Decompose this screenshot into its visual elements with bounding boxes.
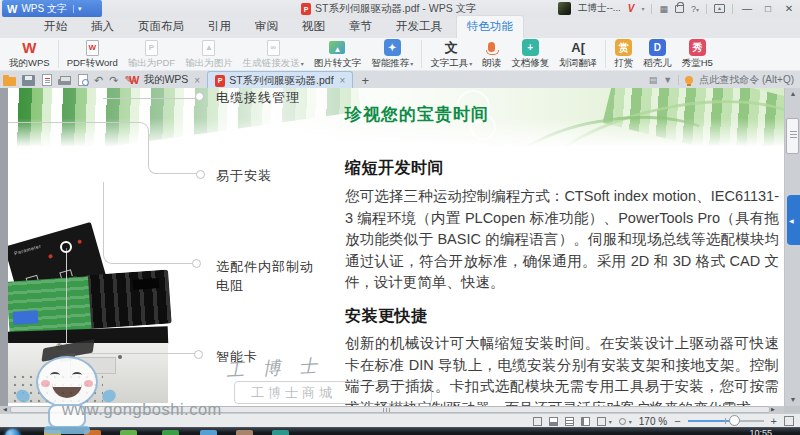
window-title-text: ST系列伺服驱动器.pdf - WPS 文字 — [315, 2, 477, 16]
doc-tab-servo-pdf[interactable]: P ST系列伺服驱动器.pdf × — [207, 71, 353, 89]
redo-icon[interactable]: ↷ — [109, 74, 118, 86]
doc-link-icon: ∞ — [267, 40, 280, 56]
shop-bag-icon[interactable] — [675, 5, 684, 13]
microphone-icon — [488, 42, 495, 52]
taskbar-app-icon[interactable] — [84, 430, 101, 435]
section-body-install: 创新的机械设计可大幅缩短安装时间。在安装设计上驱动器可快速卡在标准 DIN 导轨… — [345, 333, 779, 406]
chevron-down-icon[interactable]: ▾ — [641, 5, 644, 12]
export-pdf-button[interactable]: P 输出为PDF — [123, 39, 181, 70]
h5-icon: 秀 — [689, 39, 706, 56]
print-icon[interactable] — [58, 79, 71, 85]
undo-icon[interactable]: ↶ — [94, 74, 103, 86]
close-tab-icon[interactable]: × — [194, 75, 200, 86]
smart-recommend-button[interactable]: ✦ 智能推荐▾ — [366, 39, 418, 70]
zoom-level[interactable]: 170 % — [639, 416, 667, 427]
reward-button[interactable]: 赏 打赏 — [609, 39, 638, 70]
save-icon[interactable] — [22, 75, 35, 86]
find-command-hint[interactable]: 点此查找命令 (Alt+Q) — [699, 73, 794, 87]
menu-tab-section[interactable]: 章节 — [339, 16, 382, 38]
menu-tab-developer[interactable]: 开发工具 — [386, 16, 452, 38]
doc-pdf-icon: P — [145, 40, 158, 56]
web-view-icon[interactable] — [581, 417, 590, 426]
status-flag-icon[interactable]: ▼ — [663, 75, 672, 85]
read-aloud-button[interactable]: 朗读 — [477, 39, 506, 70]
screw-hole — [118, 355, 122, 359]
zoom-slider[interactable] — [688, 420, 764, 422]
scroll-right-icon[interactable]: ▶ — [768, 406, 778, 413]
vertical-scrollbar-thumb[interactable] — [786, 118, 799, 154]
scroll-down-icon[interactable]: ▼ — [785, 394, 800, 406]
pdf-page[interactable]: 珍视您的宝贵时间 ® 电缆接线管理 易于安装 选配件内部制动电阻 智能卡 Par… — [8, 88, 784, 406]
export-doc-icon[interactable] — [42, 74, 52, 86]
print-preview-icon[interactable] — [78, 74, 88, 86]
docer-button[interactable]: D 稻壳儿 — [638, 39, 677, 70]
fit-view-icon[interactable] — [533, 417, 542, 426]
vip-badge[interactable]: V — [628, 3, 635, 14]
status-bar: ▾ ▾ 170 % − + — [0, 413, 800, 427]
menu-tab-insert[interactable]: 插入 — [81, 16, 124, 38]
zoom-slider-knob[interactable] — [729, 415, 740, 426]
doc-convert-icon: W — [86, 40, 99, 56]
clock[interactable]: 10:55 — [749, 428, 772, 435]
pdf-to-word-button[interactable]: W PDF转Word — [62, 39, 123, 70]
skin-grid-icon[interactable]: ▦ — [659, 4, 668, 14]
page-view-icon[interactable] — [549, 417, 558, 426]
vertical-scrollbar[interactable]: ▲ ◀ ▼ — [784, 88, 800, 406]
minimize-button[interactable]: — — [740, 3, 754, 14]
section-heading-dev-time: 缩短开发时间 — [345, 158, 444, 179]
taskbar-app-icon[interactable] — [44, 430, 61, 435]
export-image-button[interactable]: ▲ 输出为图片 — [180, 39, 238, 70]
word-translate-button[interactable]: A[ 划词翻译 — [554, 39, 602, 70]
avatar[interactable] — [558, 2, 571, 15]
doc-repair-button[interactable]: + 文档修复 — [506, 39, 554, 70]
scroll-left-icon[interactable]: ◀ — [0, 406, 10, 413]
text-tools-button[interactable]: 文 文字工具▾ — [425, 39, 477, 70]
wps-app-button[interactable]: W WPS 文字 ▾ — [2, 0, 102, 17]
new-tab-button[interactable]: + — [353, 71, 377, 89]
taskbar-app-icon[interactable] — [272, 430, 289, 435]
help-icon[interactable]: ?▾ — [691, 4, 699, 14]
chevron-down-icon[interactable]: ▾ — [609, 418, 612, 425]
chevron-down-icon[interactable]: ▾ — [629, 418, 632, 425]
start-button[interactable] — [5, 429, 20, 435]
side-panel-handle[interactable]: ◀ — [787, 195, 800, 245]
callout-brake-resistor: 选配件内部制动电阻 — [216, 257, 320, 295]
ribbon: W 我的WPS W PDF转Word P 输出为PDF ▲ 输出为图片 ∞ 生成… — [0, 38, 800, 70]
user-name[interactable]: 工博士--... — [578, 2, 621, 15]
page-color-icon[interactable] — [597, 417, 606, 426]
share-link-button[interactable]: ∞ 生成链接发送▾ — [238, 39, 309, 70]
zoom-in-button[interactable]: + — [771, 415, 777, 427]
hide-ribbon-icon[interactable]: ▴ — [714, 4, 725, 13]
menu-tab-references[interactable]: 引用 — [198, 16, 241, 38]
doc-tab-my-wps[interactable]: W 我的WPS × — [122, 71, 207, 89]
open-folder-icon[interactable] — [3, 77, 16, 86]
horizontal-scrollbar-thumb[interactable] — [10, 406, 770, 413]
chevron-down-icon: ▾ — [301, 60, 304, 67]
chevron-down-icon[interactable]: ▾ — [73, 5, 82, 13]
my-wps-button[interactable]: W 我的WPS — [4, 39, 55, 70]
fullscreen-icon[interactable] — [784, 416, 794, 426]
menu-tab-page-layout[interactable]: 页面布局 — [128, 16, 194, 38]
zoom-out-button[interactable]: − — [674, 415, 680, 427]
zoom-slider-fill — [688, 420, 734, 422]
taskbar-app-icon[interactable] — [236, 430, 253, 435]
menu-tab-home[interactable]: 开始 — [34, 16, 77, 38]
status-doc-icon[interactable]: ▤ — [649, 75, 658, 85]
close-button[interactable]: ✕ — [782, 3, 796, 14]
xiutang-h5-button[interactable]: 秀 秀堂H5 — [677, 39, 718, 70]
scroll-up-icon[interactable]: ▲ — [785, 88, 800, 100]
horizontal-scrollbar[interactable]: ◀ ▶ — [0, 406, 800, 413]
eye-protection-icon[interactable] — [619, 418, 626, 425]
taskbar-app-icon[interactable] — [200, 430, 217, 435]
connector-graphic — [13, 310, 39, 325]
menu-tab-special-features[interactable]: 特色功能 — [456, 15, 524, 38]
close-tab-icon[interactable]: × — [340, 75, 346, 86]
image-to-text-button[interactable]: ▲ 图片转文字 — [309, 39, 367, 70]
taskbar-app-icon[interactable] — [162, 430, 179, 435]
maximize-button[interactable]: □ — [761, 3, 775, 14]
menu-tab-view[interactable]: 视图 — [292, 16, 335, 38]
taskbar-app-icon[interactable] — [120, 430, 137, 435]
outline-view-icon[interactable] — [565, 417, 574, 426]
banner-title: 珍视您的宝贵时间 — [345, 103, 489, 126]
menu-tab-review[interactable]: 审阅 — [245, 16, 288, 38]
